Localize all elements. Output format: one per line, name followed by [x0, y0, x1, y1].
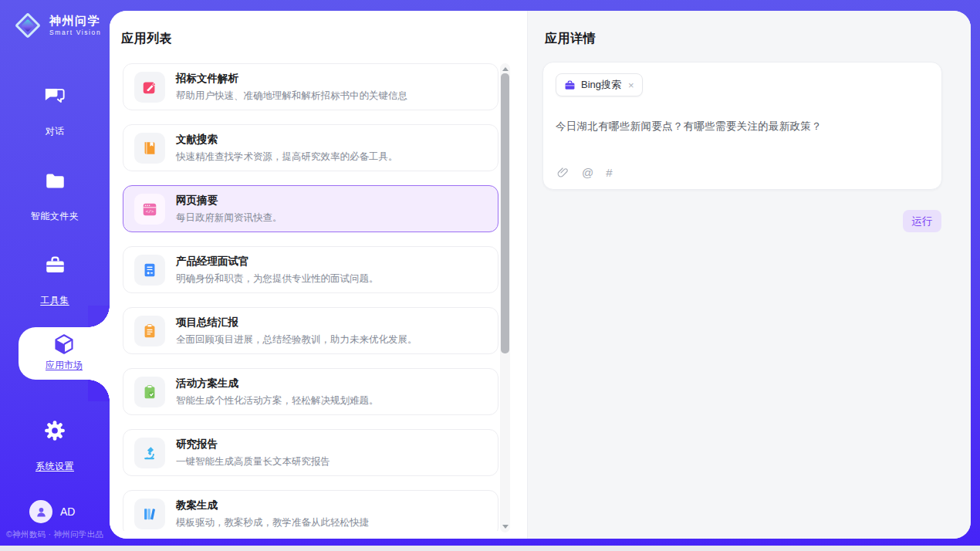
app-list: 招标文件解析 帮助用户快速、准确地理解和解析招标书中的关键信息 文献搜索	[123, 63, 498, 531]
app-name: 招标文件解析	[176, 72, 407, 86]
sidebar-item-app-market[interactable]: 应用市场	[19, 327, 110, 380]
brand-subtitle: Smart Vision	[49, 29, 101, 37]
app-name: 网页摘要	[176, 194, 282, 208]
app-list-title: 应用列表	[121, 31, 172, 47]
app-name: 活动方案生成	[176, 377, 379, 390]
edit-square-icon	[134, 72, 165, 103]
folder-icon	[0, 170, 110, 191]
user-account[interactable]: AD	[29, 500, 75, 523]
briefcase-icon	[564, 79, 576, 91]
app-card-event-plan[interactable]: 活动方案生成 智能生成个性化活动方案，轻松解决规划难题。	[123, 368, 498, 415]
clipboard-check-icon	[134, 377, 165, 407]
sidebar-item-toolset[interactable]: 工具集	[0, 254, 110, 307]
app-detail-title: 应用详情	[545, 31, 596, 47]
sidebar-item-settings[interactable]: 系统设置	[0, 420, 110, 473]
app-card-bid-parse[interactable]: 招标文件解析 帮助用户快速、准确地理解和解析招标书中的关键信息	[123, 63, 498, 110]
cube-icon	[19, 331, 110, 357]
book-icon	[134, 133, 165, 164]
app-list-section: 应用列表 招标文件解析 帮助用户快速、准确地理解和解析招标书中的关键信息	[110, 11, 527, 539]
hash-icon[interactable]: #	[606, 166, 612, 179]
query-card: Bing搜索 × 今日湖北有哪些新闻要点？有哪些需要关注的最新政策？ @ #	[542, 62, 942, 190]
app-desc: 每日政府新闻资讯快查。	[176, 211, 282, 225]
at-icon[interactable]: @	[582, 166, 593, 179]
resume-icon	[134, 255, 165, 286]
tool-tag-label: Bing搜索	[581, 78, 621, 92]
tool-tag-close-icon[interactable]: ×	[628, 79, 634, 91]
brand-diamond-icon	[12, 10, 43, 41]
sidebar-item-smart-folder[interactable]: 智能文件夹	[0, 170, 110, 223]
app-desc: 全面回顾项目进展，总结经验教训，助力未来优化发展。	[176, 333, 417, 346]
browser-code-icon: </>	[134, 194, 165, 225]
scroll-up-arrow-icon[interactable]	[502, 67, 509, 71]
run-button[interactable]: 运行	[903, 210, 941, 232]
sidebar-footer: ©神州数码 · 神州问学出品	[6, 529, 110, 540]
app-name: 产品经理面试官	[176, 255, 379, 269]
tool-tag-bing-search[interactable]: Bing搜索 ×	[556, 73, 643, 96]
app-desc: 快速精准查找学术资源，提高研究效率的必备工具。	[176, 150, 398, 164]
avatar	[29, 500, 52, 523]
app-desc: 一键智能生成高质量长文本研究报告	[176, 455, 330, 468]
sidebar-item-label: 智能文件夹	[31, 210, 79, 223]
app-name: 教案生成	[176, 499, 369, 512]
toolbox-icon	[0, 254, 110, 276]
app-card-pm-interviewer[interactable]: 产品经理面试官 明确身份和职责，为您提供专业性的面试问题。	[123, 246, 498, 293]
query-input[interactable]: 今日湖北有哪些新闻要点？有哪些需要关注的最新政策？	[556, 120, 929, 134]
app-name: 项目总结汇报	[176, 316, 417, 330]
sidebar-item-chat[interactable]: 对话	[0, 85, 110, 138]
app-detail-section: 应用详情 Bing搜索 × 今日湖北有哪些新闻要点？有哪些需要关注的最新政策？	[527, 11, 971, 539]
sidebar-item-label: 应用市场	[46, 360, 83, 370]
sidebar-item-label: 对话	[46, 125, 65, 138]
app-desc: 智能生成个性化活动方案，轻松解决规划难题。	[176, 394, 379, 407]
app-name: 文献搜索	[176, 133, 398, 147]
clipboard-icon	[134, 316, 165, 346]
app-card-literature-search[interactable]: 文献搜索 快速精准查找学术资源，提高研究效率的必备工具。	[123, 124, 498, 171]
sidebar-item-label: 系统设置	[35, 460, 74, 473]
app-list-scrollbar[interactable]	[500, 63, 510, 532]
paperclip-icon[interactable]	[556, 166, 569, 179]
person-icon	[35, 505, 48, 519]
content-panel: 应用列表 招标文件解析 帮助用户快速、准确地理解和解析招标书中的关键信息	[110, 11, 971, 539]
sidebar-item-label: 工具集	[40, 294, 69, 307]
app-card-research-report[interactable]: 研究报告 一键智能生成高质量长文本研究报告	[123, 429, 498, 476]
app-desc: 模板驱动，教案秒成，教学准备从此轻松快捷	[176, 516, 369, 529]
sidebar: 神州问学 Smart Vision 对话 智能文件夹	[0, 0, 110, 546]
microscope-icon	[134, 438, 165, 468]
brand-logo: 神州问学 Smart Vision	[12, 10, 101, 41]
app-desc: 帮助用户快速、准确地理解和解析招标书中的关键信息	[176, 90, 407, 103]
user-name: AD	[60, 505, 75, 518]
scrollbar-thumb[interactable]	[501, 73, 509, 353]
app-desc: 明确身份和职责，为您提供专业性的面试问题。	[176, 272, 379, 286]
app-card-lesson-plan[interactable]: 教案生成 模板驱动，教案秒成，教学准备从此轻松快捷	[123, 490, 498, 531]
app-window: 神州问学 Smart Vision 对话 智能文件夹	[0, 0, 980, 546]
app-name: 研究报告	[176, 438, 330, 451]
brand-name: 神州问学	[49, 14, 101, 27]
gear-icon	[0, 420, 110, 441]
scroll-down-arrow-icon[interactable]	[502, 525, 509, 529]
chat-icon	[0, 85, 110, 106]
app-card-web-summary[interactable]: </> 网页摘要 每日政府新闻资讯快查。	[123, 185, 498, 232]
query-toolbar: @ #	[556, 166, 613, 179]
svg-text:</>: </>	[146, 209, 154, 215]
app-card-project-summary[interactable]: 项目总结汇报 全面回顾项目进展，总结经验教训，助力未来优化发展。	[123, 307, 498, 354]
books-icon	[134, 499, 165, 529]
